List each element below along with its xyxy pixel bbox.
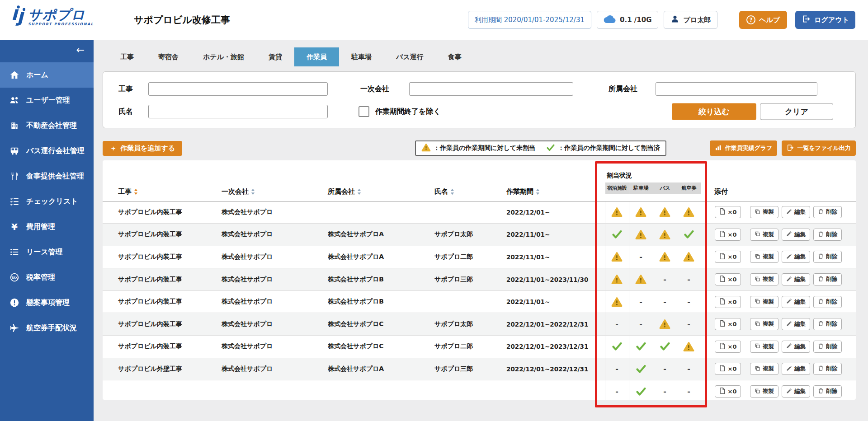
worker-graph-button[interactable]: 作業員実績グラフ	[710, 140, 778, 156]
duplicate-button[interactable]: 複製	[750, 206, 778, 218]
status-bus-warn	[653, 246, 677, 268]
edit-button[interactable]: 編集	[782, 363, 810, 375]
shozoku-input[interactable]	[656, 82, 817, 96]
duplicate-button[interactable]: 複製	[750, 341, 778, 353]
tab-2[interactable]: ホテル・旅館	[191, 47, 256, 66]
delete-button[interactable]: 削除	[813, 206, 842, 218]
exclude-ended-checkbox[interactable]	[359, 106, 369, 117]
column-header-shozoku[interactable]: 所属会社	[328, 182, 434, 201]
column-header-shimei[interactable]: 氏名	[434, 182, 506, 201]
yen-icon: ¥	[9, 222, 20, 231]
edit-button[interactable]: 編集	[782, 273, 810, 285]
tab-7[interactable]: 食事	[436, 47, 474, 66]
status-bus-check	[653, 336, 677, 358]
edit-button[interactable]: 編集	[782, 206, 810, 218]
sidebar-item-food[interactable]: 食事提供会社管理	[0, 164, 94, 189]
sidebar-collapse-button[interactable]: ←	[76, 45, 85, 55]
user-badge[interactable]: プロ太郎	[664, 11, 717, 29]
delete-button[interactable]: 削除	[813, 318, 842, 330]
user-icon	[670, 14, 679, 25]
cell-attachment: ×0	[701, 224, 750, 246]
column-header-attachment: 添付	[701, 182, 750, 201]
cell-koji: サポプロビル内装工事	[103, 246, 222, 268]
attachment-count-button[interactable]: ×0	[715, 206, 741, 218]
sidebar-item-bus[interactable]: バス運行会社管理	[0, 138, 94, 164]
export-file-button[interactable]: 一覧をファイル出力	[782, 140, 856, 156]
attachment-count-button[interactable]: ×0	[715, 251, 741, 263]
attachment-count-button[interactable]: ×0	[715, 385, 741, 398]
bar-chart-icon	[715, 144, 722, 153]
shimei-input[interactable]	[148, 105, 328, 118]
edit-button[interactable]: 編集	[782, 385, 810, 398]
duplicate-button[interactable]: 複製	[750, 273, 778, 285]
tab-3[interactable]: 賃貸	[256, 47, 294, 66]
sidebar-item-checklist[interactable]: チェックリスト	[0, 189, 94, 214]
delete-button[interactable]: 削除	[813, 363, 842, 375]
edit-button[interactable]: 編集	[782, 341, 810, 353]
edit-button[interactable]: 編集	[782, 251, 810, 263]
edit-button[interactable]: 編集	[782, 229, 810, 241]
delete-button[interactable]: 削除	[813, 385, 842, 398]
duplicate-button[interactable]: 複製	[750, 251, 778, 263]
attachment-count-button[interactable]: ×0	[715, 229, 741, 241]
sidebar-item-home[interactable]: ホーム	[0, 62, 94, 88]
duplicate-button[interactable]: 複製	[750, 229, 778, 241]
column-header-ichiji[interactable]: 一次会社	[222, 182, 328, 201]
pencil-icon	[786, 343, 792, 350]
delete-button[interactable]: 削除	[813, 251, 842, 263]
exclude-ended-label: 作業期間終了を除く	[375, 107, 441, 117]
sidebar-item-building[interactable]: 不動産会社管理	[0, 113, 94, 138]
app-logo: サポプロ SUPPORT PROFESSIONAL	[7, 5, 94, 29]
cell-ichiji: 株式会社サポプロ	[222, 313, 328, 336]
filter-label-ichiji: 一次会社	[360, 84, 389, 94]
attachment-count-button[interactable]: ×0	[715, 296, 741, 308]
filter-clear-button[interactable]: クリア	[760, 103, 833, 120]
delete-button[interactable]: 削除	[813, 296, 842, 308]
duplicate-button[interactable]: 複製	[750, 363, 778, 375]
table-row: サポプロビル内装工事株式会社サポプロ株式会社サポプロB2022/11/01~--…	[103, 290, 856, 313]
ichiji-input[interactable]	[409, 82, 573, 96]
document-icon	[719, 320, 726, 328]
attachment-count-button[interactable]: ×0	[715, 273, 741, 285]
tab-0[interactable]: 工事	[108, 47, 146, 66]
sidebar-item-users[interactable]: ユーザー管理	[0, 88, 94, 113]
tab-6[interactable]: バス運行	[384, 47, 436, 66]
sidebar-nav: ホームユーザー管理不動産会社管理バス運行会社管理食事提供会社管理チェックリスト¥…	[0, 62, 94, 341]
table-row: サポプロビル内装工事株式会社サポプロ2022/12/01~×0複製編集削除	[103, 201, 856, 224]
tab-5[interactable]: 駐車場	[339, 47, 384, 66]
tab-4[interactable]: 作業員	[294, 47, 339, 66]
status-bus-dash: -	[653, 358, 677, 380]
sidebar-item-yen[interactable]: ¥費用管理	[0, 214, 94, 239]
edit-button[interactable]: 編集	[782, 296, 810, 308]
status-lodging-dash: -	[605, 380, 629, 400]
cell-ichiji: 株式会社サポプロ	[222, 246, 328, 268]
check-icon	[546, 144, 555, 153]
logout-button[interactable]: ログアウト	[795, 11, 855, 29]
delete-button[interactable]: 削除	[813, 273, 842, 285]
sidebar-item-issue[interactable]: 懸案事項管理	[0, 290, 94, 315]
cell-koji: サポプロビル内装工事	[103, 313, 222, 336]
status-lodging-warn	[605, 201, 629, 224]
koji-input[interactable]	[148, 82, 328, 96]
duplicate-button[interactable]: 複製	[750, 385, 778, 398]
tab-1[interactable]: 寄宿舎	[146, 47, 191, 66]
cell-shimei: サポプロ二郎	[434, 246, 506, 268]
duplicate-button[interactable]: 複製	[750, 296, 778, 308]
add-worker-button[interactable]: ＋ 作業員を追加する	[103, 141, 182, 156]
sidebar-item-plane[interactable]: 航空券手配状況	[0, 315, 94, 341]
sidebar-item-lease[interactable]: リース管理	[0, 239, 94, 265]
attachment-count-button[interactable]: ×0	[715, 341, 741, 353]
sidebar-item-tax[interactable]: TAX税率管理	[0, 265, 94, 290]
attachment-count-button[interactable]: ×0	[715, 363, 741, 375]
edit-button[interactable]: 編集	[782, 318, 810, 330]
column-header-koji[interactable]: 工事	[103, 182, 222, 201]
attachment-count-button[interactable]: ×0	[715, 318, 741, 330]
column-header-kikan[interactable]: 作業期間	[506, 182, 605, 201]
duplicate-button[interactable]: 複製	[750, 318, 778, 330]
delete-button[interactable]: 削除	[813, 341, 842, 353]
cell-attachment: ×0	[701, 290, 750, 313]
help-button[interactable]: ? ヘルプ	[739, 11, 787, 29]
filter-apply-button[interactable]: 絞り込む	[672, 103, 756, 120]
delete-button[interactable]: 削除	[813, 229, 842, 241]
cell-attachment: ×0	[701, 358, 750, 380]
